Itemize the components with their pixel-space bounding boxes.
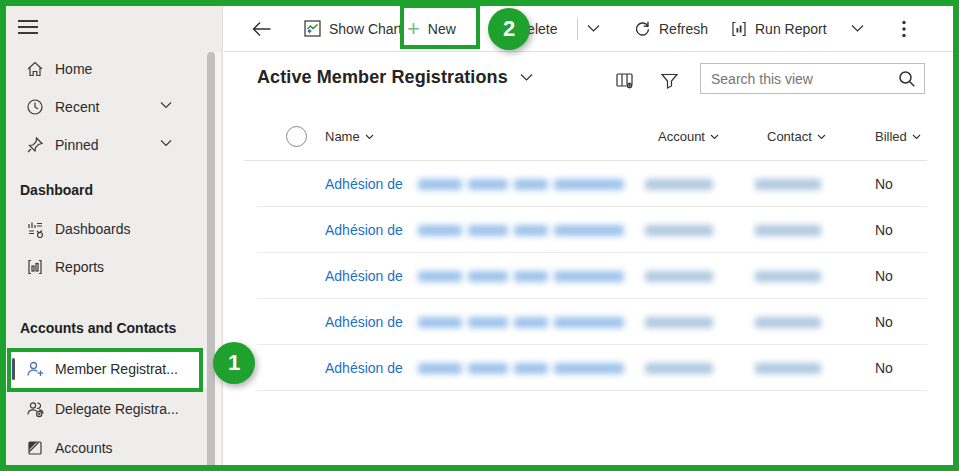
redacted-account-text: [645, 299, 713, 345]
chevron-down-icon: [520, 73, 533, 82]
show-chart-button[interactable]: Show Chart: [304, 6, 402, 51]
sidebar-section-dashboard: Dashboard: [20, 172, 93, 208]
refresh-icon: [634, 20, 651, 37]
command-bar: Show Chart + New Delete Refresh: [224, 6, 953, 52]
sidebar-section-accounts-and-contacts: Accounts and Contacts: [20, 310, 176, 346]
sidebar-item-label: Accounts: [55, 440, 113, 456]
sidebar-item-member-registrations[interactable]: Member Registrat...: [6, 350, 206, 388]
sidebar-item-label: Home: [55, 61, 92, 77]
selected-indicator: [12, 358, 15, 380]
chart-icon: [304, 20, 321, 37]
redacted-contact-text: [755, 299, 821, 345]
billed-value: No: [875, 253, 893, 299]
column-header-account[interactable]: Account: [658, 112, 719, 161]
column-header-name[interactable]: Name: [325, 112, 374, 161]
view-search: [700, 63, 925, 94]
back-button[interactable]: [252, 6, 272, 51]
person-add-icon: [25, 359, 45, 379]
record-link[interactable]: Adhésion de: [325, 314, 403, 330]
sidebar-item-accounts[interactable]: Accounts: [6, 429, 206, 467]
sidebar-item-label: Recent: [55, 99, 99, 115]
plus-icon: +: [407, 18, 420, 40]
chevron-down-icon: [817, 134, 826, 140]
billed-value: No: [875, 161, 893, 207]
table-row[interactable]: Adhésion de No: [257, 207, 927, 253]
redacted-account-text: [645, 207, 713, 253]
view-selector[interactable]: Active Member Registrations: [257, 67, 533, 88]
record-link[interactable]: Adhésion de: [325, 222, 403, 238]
trash-icon: [494, 21, 509, 37]
grid-header-row: Name Account Contact Billed: [244, 112, 927, 161]
edit-columns-button[interactable]: [612, 68, 638, 94]
run-report-label: Run Report: [755, 21, 827, 37]
table-row[interactable]: Adhésion de No: [257, 161, 927, 207]
reports-icon: [25, 257, 45, 277]
redacted-account-text: [645, 253, 713, 299]
chevron-down-icon: [365, 134, 374, 140]
sitemap-sidebar: Home Recent Pinned Dashboard: [6, 6, 223, 465]
column-header-contact[interactable]: Contact: [767, 112, 826, 161]
redacted-contact-text: [755, 253, 821, 299]
redacted-account-text: [645, 345, 713, 391]
sidebar-scrollbar-thumb[interactable]: [207, 52, 215, 465]
new-button[interactable]: + New: [407, 6, 456, 51]
chevron-down-icon[interactable]: [160, 101, 172, 109]
sidebar-item-label: Delegate Registra...: [55, 401, 179, 417]
clock-icon: [25, 97, 45, 117]
sidebar-item-label: Member Registrat...: [55, 361, 178, 377]
redacted-name-text: [418, 207, 624, 253]
table-row[interactable]: Adhésion de No: [257, 345, 927, 391]
pin-icon: [25, 135, 45, 155]
refresh-button[interactable]: Refresh: [634, 6, 708, 51]
filter-button[interactable]: [656, 68, 682, 94]
new-label: New: [428, 21, 456, 37]
table-row[interactable]: Adhésion de No: [257, 253, 927, 299]
sidebar-item-label: Dashboards: [55, 221, 131, 237]
redacted-name-text: [418, 161, 624, 207]
sidebar-item-recent[interactable]: Recent: [6, 88, 206, 126]
column-header-billed[interactable]: Billed: [875, 112, 921, 161]
show-chart-label: Show Chart: [329, 21, 402, 37]
table-row[interactable]: Adhésion de No: [257, 299, 927, 345]
home-icon: [25, 59, 45, 79]
delete-dropdown-chevron[interactable]: [587, 6, 600, 51]
page-title: Active Member Registrations: [257, 67, 508, 88]
accounts-icon: [25, 438, 45, 458]
people-add-icon: [25, 399, 45, 419]
chevron-down-icon: [912, 134, 921, 140]
record-link[interactable]: Adhésion de: [325, 176, 403, 192]
search-icon[interactable]: [898, 70, 916, 88]
billed-value: No: [875, 299, 893, 345]
run-report-dropdown-chevron[interactable]: [851, 6, 864, 51]
record-link[interactable]: Adhésion de: [325, 268, 403, 284]
delete-button[interactable]: Delete: [494, 6, 557, 51]
run-report-button[interactable]: Run Report: [731, 6, 827, 51]
sidebar-item-pinned[interactable]: Pinned: [6, 126, 206, 164]
refresh-label: Refresh: [659, 21, 708, 37]
redacted-name-text: [418, 253, 624, 299]
toolbar-divider: [577, 18, 578, 40]
sidebar-item-delegate-registrations[interactable]: Delegate Registra...: [6, 390, 206, 428]
billed-value: No: [875, 345, 893, 391]
record-link[interactable]: Adhésion de: [325, 360, 403, 376]
search-input[interactable]: [711, 71, 898, 87]
redacted-name-text: [418, 345, 624, 391]
sidebar-item-reports[interactable]: Reports: [6, 248, 206, 286]
sidebar-item-label: Pinned: [55, 137, 99, 153]
chevron-down-icon[interactable]: [160, 139, 172, 147]
sidebar-item-home[interactable]: Home: [6, 50, 206, 88]
redacted-contact-text: [755, 207, 821, 253]
billed-value: No: [875, 207, 893, 253]
redacted-account-text: [645, 161, 713, 207]
sidebar-item-dashboards[interactable]: Dashboards: [6, 210, 206, 248]
redacted-name-text: [418, 299, 624, 345]
delete-label: Delete: [517, 21, 557, 37]
redacted-contact-text: [755, 345, 821, 391]
select-all-checkbox[interactable]: [286, 126, 307, 147]
app-window: Home Recent Pinned Dashboard: [0, 0, 959, 471]
more-commands-icon[interactable]: [902, 6, 906, 51]
hamburger-menu-icon[interactable]: [18, 18, 40, 36]
view-header: Active Member Registrations: [224, 52, 953, 108]
redacted-contact-text: [755, 161, 821, 207]
run-report-icon: [731, 21, 747, 37]
